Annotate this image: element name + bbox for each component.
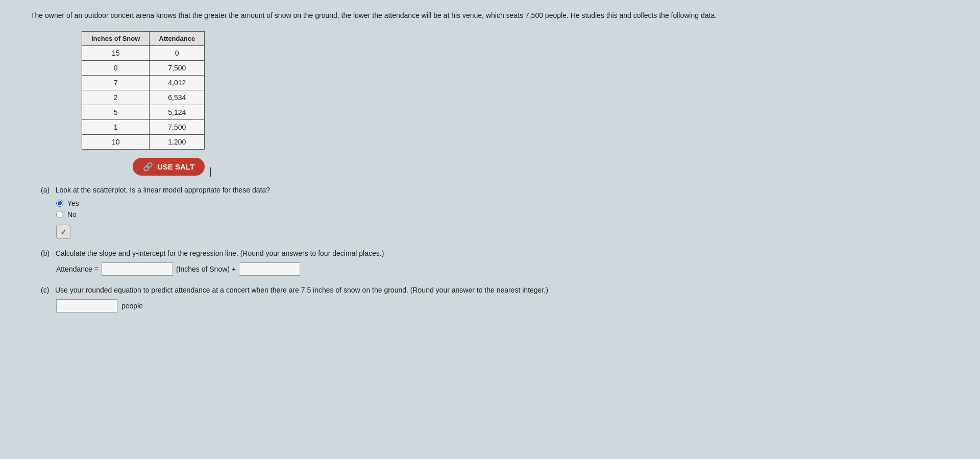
table-row: 101,200 <box>82 135 205 150</box>
intro-text: The owner of an outdoor concert arena kn… <box>31 10 796 21</box>
part-c-block: (c) Use your rounded equation to predict… <box>41 286 949 312</box>
col2-header: Attendance <box>150 32 205 46</box>
attendance-cell: 0 <box>150 46 205 61</box>
part-a-question: (a) Look at the scatterplot. Is a linear… <box>41 186 949 194</box>
snow-cell: 10 <box>82 135 150 150</box>
attendance-cell: 5,124 <box>150 105 205 120</box>
page-container: The owner of an outdoor concert arena kn… <box>0 0 980 459</box>
attendance-cell: 7,500 <box>150 61 205 76</box>
part-a-label: (a) <box>41 186 50 194</box>
slope-input[interactable] <box>102 262 173 276</box>
attendance-cell: 7,500 <box>150 120 205 135</box>
attendance-cell: 4,012 <box>150 76 205 90</box>
people-input[interactable] <box>56 299 117 312</box>
part-c-question: (c) Use your rounded equation to predict… <box>41 286 949 294</box>
radio-no-option[interactable]: No <box>56 210 949 219</box>
part-c-question-text: Use your rounded equation to predict att… <box>55 286 548 294</box>
col1-header: Inches of Snow <box>82 32 150 46</box>
part-b-label: (b) <box>41 249 50 257</box>
equation-middle: (Inches of Snow) + <box>176 265 236 273</box>
table-row: 17,500 <box>82 120 205 135</box>
people-row: people <box>56 299 949 312</box>
attendance-cell: 6,534 <box>150 90 205 105</box>
check-button[interactable]: ✓ <box>56 225 70 239</box>
part-c-label: (c) <box>41 286 49 294</box>
table-row: 150 <box>82 46 205 61</box>
equation-row: Attendance = (Inches of Snow) + <box>56 262 949 276</box>
snow-cell: 0 <box>82 61 150 76</box>
part-a-radio-group: Yes No <box>56 199 949 219</box>
salt-icon: 🔗 <box>143 162 153 172</box>
table-row: 55,124 <box>82 105 205 120</box>
radio-no-label: No <box>67 210 77 219</box>
part-a-block: (a) Look at the scatterplot. Is a linear… <box>41 186 949 239</box>
attendance-cell: 1,200 <box>150 135 205 150</box>
table-row: 07,500 <box>82 61 205 76</box>
intercept-input[interactable] <box>239 262 300 276</box>
use-salt-label: USE SALT <box>157 162 194 171</box>
part-b-question: (b) Calculate the slope and y-intercept … <box>41 249 949 257</box>
table-row: 26,534 <box>82 90 205 105</box>
snow-cell: 15 <box>82 46 150 61</box>
snow-cell: 2 <box>82 90 150 105</box>
radio-yes[interactable] <box>56 200 63 207</box>
part-b-question-text: Calculate the slope and y-intercept for … <box>56 249 384 257</box>
part-a-question-text: Look at the scatterplot. Is a linear mod… <box>56 186 270 194</box>
cursor-indicator <box>210 167 211 177</box>
check-icon: ✓ <box>60 227 67 237</box>
radio-yes-option[interactable]: Yes <box>56 199 949 207</box>
radio-no[interactable] <box>56 211 63 218</box>
snow-cell: 5 <box>82 105 150 120</box>
table-row: 74,012 <box>82 76 205 90</box>
use-salt-row: 🔗 USE SALT <box>82 158 949 186</box>
data-table: Inches of Snow Attendance 15007,50074,01… <box>82 31 205 150</box>
people-label: people <box>121 302 143 310</box>
snow-cell: 7 <box>82 76 150 90</box>
use-salt-button[interactable]: 🔗 USE SALT <box>133 158 205 176</box>
radio-yes-label: Yes <box>67 199 79 207</box>
snow-cell: 1 <box>82 120 150 135</box>
part-b-block: (b) Calculate the slope and y-intercept … <box>41 249 949 276</box>
equation-prefix: Attendance = <box>56 265 99 273</box>
